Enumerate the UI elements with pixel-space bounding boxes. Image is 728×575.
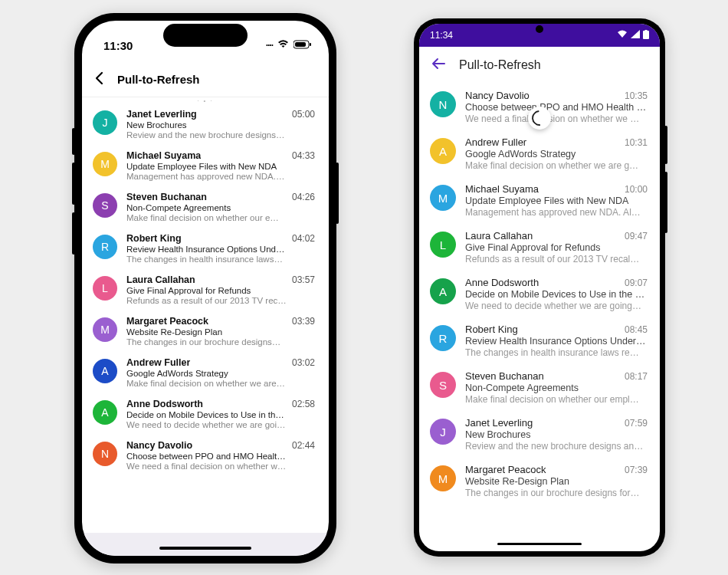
email-subject: Give Final Approval for Refunds — [126, 286, 315, 295]
email-row[interactable]: JJanet Leverling05:00New BrochuresReview… — [82, 104, 329, 145]
email-time: 08:45 — [625, 324, 648, 335]
email-topline: Steven Buchanan08:17 — [465, 370, 648, 382]
email-topline: Michael Suyama10:00 — [465, 183, 648, 195]
email-preview: Management has approved new NDA. Al… — [465, 207, 648, 218]
email-preview: Refunds as a result of our 2013 TV rec… — [126, 296, 315, 305]
email-time: 02:44 — [292, 440, 315, 451]
email-row[interactable]: JJanet Leverling07:59New BrochuresReview… — [419, 411, 660, 458]
email-preview: We need to decide whether we are going… — [465, 301, 648, 311]
email-content: Michael Suyama04:33Update Employee Files… — [126, 150, 315, 181]
email-row[interactable]: AAndrew Fuller03:02Google AdWords Strate… — [82, 352, 329, 393]
android-email-list[interactable]: NNancy Davolio10:35Choose between PPO an… — [419, 84, 660, 504]
sender-name: Laura Callahan — [465, 230, 533, 242]
email-subject: Review Health Insurance Options Under … — [465, 336, 648, 347]
email-content: Robert King04:02Review Health Insurance … — [126, 233, 315, 264]
sender-name: Janet Leverling — [465, 417, 533, 429]
email-topline: Janet Leverling07:59 — [465, 417, 648, 429]
email-row[interactable]: MMichael Suyama10:00Update Employee File… — [419, 177, 660, 224]
svg-rect-1 — [295, 42, 306, 47]
email-row[interactable]: MMargaret Peacock07:39Website Re-Design … — [419, 458, 660, 504]
email-row[interactable]: NNancy Davolio02:44Choose between PPO an… — [82, 435, 329, 476]
svg-rect-2 — [310, 43, 311, 46]
avatar: N — [430, 91, 456, 117]
email-preview: Review and the new brochure designs an… — [465, 441, 648, 452]
email-topline: Nancy Davolio02:44 — [126, 440, 315, 451]
email-time: 03:39 — [292, 316, 315, 327]
email-subject: Google AdWords Strategy — [465, 149, 648, 159]
sender-name: Laura Callahan — [126, 274, 195, 285]
avatar: N — [93, 442, 117, 466]
email-time: 08:17 — [625, 371, 648, 382]
email-subject: Non-Compete Agreements — [465, 383, 648, 393]
cellular-icon: ···· — [266, 40, 273, 51]
email-topline: Margaret Peacock03:39 — [126, 316, 315, 327]
ios-email-list[interactable]: JJanet Leverling05:00New BrochuresReview… — [82, 104, 329, 476]
email-preview: Management has approved new NDA.… — [126, 172, 315, 181]
email-time: 04:02 — [292, 233, 315, 244]
iphone-volume-up — [72, 163, 75, 205]
iphone-mute-switch — [72, 128, 75, 155]
sender-name: Margaret Peacock — [465, 464, 546, 475]
sender-name: Andrew Fuller — [465, 136, 526, 148]
page-title: Pull-to-Refresh — [117, 73, 200, 86]
sender-name: Nancy Davolio — [126, 440, 192, 451]
spinner-icon — [529, 107, 550, 129]
sender-name: Steven Buchanan — [126, 192, 207, 202]
email-time: 05:00 — [292, 109, 315, 120]
android-device-frame: 11:34 Pull-to-Refresh — [414, 18, 665, 557]
email-subject: Choose between PPO and HMO Health … — [465, 102, 648, 113]
email-topline: Anne Dodsworth09:07 — [465, 277, 648, 288]
email-row[interactable]: SSteven Buchanan08:17Non-Compete Agreeme… — [419, 364, 660, 411]
email-time: 10:31 — [625, 137, 648, 148]
email-row[interactable]: AAndrew Fuller10:31Google AdWords Strate… — [419, 130, 660, 177]
ios-home-indicator — [159, 547, 251, 550]
email-row[interactable]: LLaura Callahan09:47Give Final Approval … — [419, 224, 660, 271]
email-row[interactable]: LLaura Callahan03:57Give Final Approval … — [82, 269, 329, 310]
email-content: Nancy Davolio10:35Choose between PPO and… — [465, 90, 648, 124]
email-content: Anne Dodsworth09:07Decide on Mobile Devi… — [465, 277, 648, 311]
back-button[interactable] — [94, 71, 103, 87]
email-row[interactable]: AAnne Dodsworth02:58Decide on Mobile Dev… — [82, 393, 329, 435]
email-time: 09:07 — [625, 278, 648, 288]
ios-status-time: 11:30 — [103, 39, 133, 52]
email-time: 07:59 — [625, 418, 648, 429]
email-time: 03:57 — [292, 274, 315, 285]
email-subject: Update Employee Files with New NDA — [465, 196, 648, 206]
ios-app-header: Pull-to-Refresh — [82, 64, 329, 97]
avatar: R — [430, 325, 456, 351]
battery-icon — [293, 40, 312, 51]
email-subject: Decide on Mobile Devices to Use in th… — [126, 410, 315, 419]
battery-icon — [643, 30, 649, 41]
android-home-indicator — [497, 543, 582, 545]
avatar: M — [430, 465, 456, 491]
email-topline: Janet Leverling05:00 — [126, 109, 315, 120]
back-button[interactable] — [431, 58, 445, 73]
email-preview: The changes in health insurance laws re… — [465, 347, 648, 358]
email-subject: Decide on Mobile Devices to Use in the F… — [465, 289, 648, 300]
android-camera-punch-hole — [536, 25, 543, 33]
email-preview: Review and the new brochure designs… — [126, 130, 315, 140]
email-row[interactable]: MMargaret Peacock03:39Website Re-Design … — [82, 310, 329, 352]
sender-name: Robert King — [126, 233, 182, 244]
email-row[interactable]: RRobert King04:02Review Health Insurance… — [82, 228, 329, 269]
avatar: M — [93, 317, 117, 342]
email-topline: Michael Suyama04:33 — [126, 150, 315, 161]
email-row[interactable]: AAnne Dodsworth09:07Decide on Mobile Dev… — [419, 271, 660, 317]
page-title: Pull-to-Refresh — [459, 58, 541, 72]
email-topline: Laura Callahan03:57 — [126, 274, 315, 285]
email-row[interactable]: MMichael Suyama04:33Update Employee File… — [82, 145, 329, 186]
email-row[interactable]: SSteven Buchanan04:26Non-Compete Agreeme… — [82, 186, 329, 228]
email-content: Janet Leverling05:00New BrochuresReview … — [126, 109, 315, 140]
pull-indicator-dots: · • · — [82, 97, 329, 104]
email-row[interactable]: RRobert King08:45Review Health Insurance… — [419, 317, 660, 364]
email-subject: Non-Compete Agreements — [126, 203, 315, 212]
iphone-device-frame: 11:30 ···· Pull-to-Refresh · • · — [74, 13, 336, 564]
avatar: R — [93, 235, 117, 259]
email-content: Janet Leverling07:59New BrochuresReview … — [465, 417, 648, 452]
avatar: S — [93, 193, 117, 218]
email-content: Margaret Peacock07:39Website Re-Design P… — [465, 464, 648, 498]
email-preview: We need a final decision on whether w… — [126, 462, 315, 471]
email-subject: New Brochures — [465, 429, 648, 440]
email-time: 03:02 — [292, 357, 315, 368]
email-topline: Steven Buchanan04:26 — [126, 192, 315, 202]
